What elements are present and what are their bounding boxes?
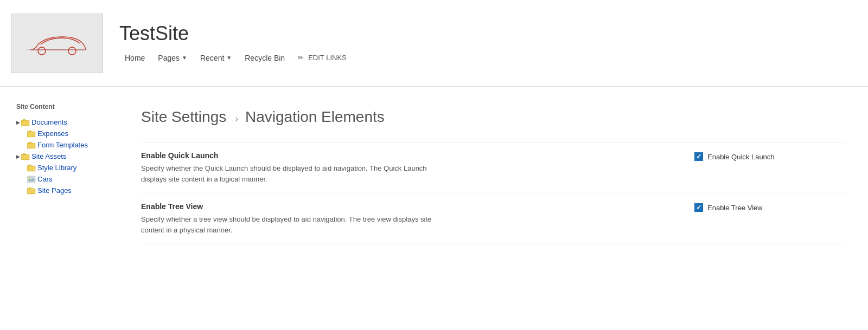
logo-area bbox=[11, 14, 103, 73]
edit-pencil-icon: ✏ bbox=[298, 54, 304, 62]
sidebar-title: Site Content bbox=[16, 103, 98, 111]
sidebar-item-site-assets[interactable]: ▶ Site Assets bbox=[16, 151, 98, 161]
sidebar-link-site-assets[interactable]: Site Assets bbox=[31, 151, 66, 161]
sidebar-item-cars[interactable]: Cars bbox=[16, 174, 98, 184]
nav-recent[interactable]: Recent ▼ bbox=[195, 51, 237, 64]
quick-launch-label-col: Enable Quick Launch Specify whether the … bbox=[141, 151, 694, 184]
folder-icon-style-library bbox=[27, 164, 36, 172]
quick-launch-description: Specify whether the Quick Launch should … bbox=[141, 163, 445, 184]
svg-point-16 bbox=[29, 177, 30, 179]
folder-icon-form-templates bbox=[27, 141, 36, 149]
svg-rect-8 bbox=[28, 144, 35, 148]
page-heading: Site Settings › Navigation Elements bbox=[141, 108, 846, 126]
expand-arrow-site-assets[interactable]: ▶ bbox=[16, 154, 20, 159]
heading-part1: Site Settings bbox=[141, 108, 226, 125]
settings-section: Enable Quick Launch Specify whether the … bbox=[141, 142, 846, 244]
sidebar-link-documents[interactable]: Documents bbox=[31, 117, 67, 127]
site-title: TestSite bbox=[119, 22, 352, 45]
svg-rect-12 bbox=[28, 166, 35, 171]
edit-links-button[interactable]: ✏ EDIT LINKS bbox=[292, 51, 352, 64]
header: TestSite Home Pages ▼ Recent ▼ Recycle B… bbox=[0, 0, 868, 87]
setting-row-tree-view: Enable Tree View Specify whether a tree … bbox=[141, 193, 846, 244]
quick-launch-label: Enable Quick Launch bbox=[141, 151, 673, 160]
sidebar: Site Content ▶ Documents Expenses bbox=[0, 98, 108, 330]
svg-rect-6 bbox=[28, 132, 35, 137]
heading-separator: › bbox=[235, 113, 241, 124]
expand-arrow-documents[interactable]: ▶ bbox=[16, 120, 20, 125]
sidebar-link-style-library[interactable]: Style Library bbox=[37, 163, 76, 173]
image-icon-cars bbox=[27, 176, 36, 183]
sidebar-item-expenses[interactable]: Expenses bbox=[16, 128, 98, 139]
tree-view-label: Enable Tree View bbox=[141, 202, 673, 211]
heading-part2: Navigation Elements bbox=[245, 108, 385, 125]
svg-rect-10 bbox=[22, 155, 29, 159]
content-area: Site Settings › Navigation Elements Enab… bbox=[108, 98, 868, 330]
quick-launch-checkbox[interactable] bbox=[694, 152, 703, 161]
tree-view-control: Enable Tree View bbox=[694, 202, 846, 212]
tree-view-checkbox[interactable] bbox=[694, 203, 703, 212]
folder-icon-site-assets bbox=[21, 153, 30, 160]
sidebar-link-site-pages[interactable]: Site Pages bbox=[37, 185, 72, 196]
quick-launch-checkbox-label: Enable Quick Launch bbox=[707, 153, 775, 161]
sidebar-item-documents[interactable]: ▶ Documents bbox=[16, 117, 98, 127]
tree-view-checkbox-label: Enable Tree View bbox=[707, 204, 763, 212]
site-logo bbox=[11, 14, 103, 73]
tree-view-label-col: Enable Tree View Specify whether a tree … bbox=[141, 202, 694, 235]
sidebar-link-cars[interactable]: Cars bbox=[37, 174, 52, 184]
svg-rect-4 bbox=[22, 121, 29, 125]
logo-svg bbox=[19, 27, 95, 60]
sidebar-link-form-templates[interactable]: Form Templates bbox=[37, 140, 88, 150]
sidebar-item-form-templates[interactable]: Form Templates bbox=[16, 140, 98, 150]
main-container: Site Content ▶ Documents Expenses bbox=[0, 87, 868, 330]
recent-dropdown-arrow[interactable]: ▼ bbox=[226, 55, 232, 61]
svg-point-2 bbox=[68, 47, 76, 55]
quick-launch-control: Enable Quick Launch bbox=[694, 151, 846, 161]
folder-icon-documents bbox=[21, 119, 30, 126]
sidebar-item-site-pages[interactable]: Site Pages bbox=[16, 185, 98, 196]
nav-pages[interactable]: Pages ▼ bbox=[152, 51, 193, 64]
nav-home[interactable]: Home bbox=[119, 51, 150, 64]
sidebar-item-style-library[interactable]: Style Library bbox=[16, 163, 98, 173]
nav-bar: Home Pages ▼ Recent ▼ Recycle Bin ✏ EDIT… bbox=[119, 51, 352, 64]
setting-row-quick-launch: Enable Quick Launch Specify whether the … bbox=[141, 142, 846, 193]
pages-dropdown-arrow[interactable]: ▼ bbox=[182, 55, 187, 61]
svg-rect-18 bbox=[28, 189, 35, 193]
site-title-area: TestSite Home Pages ▼ Recent ▼ Recycle B… bbox=[119, 22, 352, 64]
folder-icon-site-pages bbox=[27, 187, 36, 195]
sidebar-link-expenses[interactable]: Expenses bbox=[37, 128, 68, 139]
nav-recycle-bin[interactable]: Recycle Bin bbox=[239, 51, 290, 64]
svg-point-1 bbox=[38, 47, 46, 55]
folder-icon-expenses bbox=[27, 130, 36, 138]
tree-view-description: Specify whether a tree view should be di… bbox=[141, 214, 445, 235]
